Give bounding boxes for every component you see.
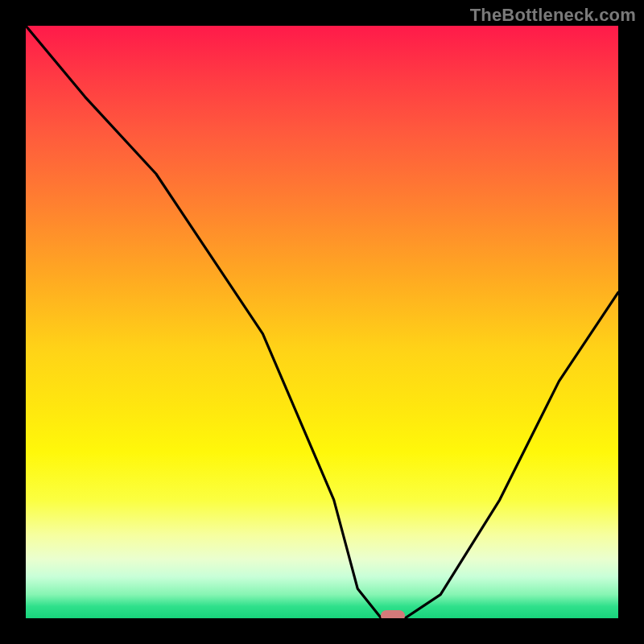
curve-path [26,26,618,618]
bottleneck-curve [26,26,618,618]
chart-frame: TheBottleneck.com [0,0,644,644]
plot-area [26,26,618,618]
optimal-point-marker [381,610,405,618]
watermark-text: TheBottleneck.com [470,5,636,26]
